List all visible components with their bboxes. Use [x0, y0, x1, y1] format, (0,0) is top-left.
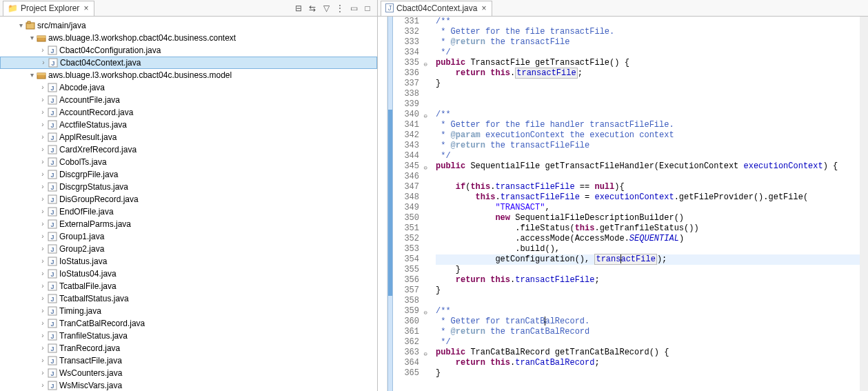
tree-item[interactable]: ›JTranfileStatus.java	[0, 330, 377, 342]
gutter-line[interactable]: 346	[393, 172, 419, 182]
gutter-line[interactable]: 332	[393, 27, 419, 37]
expand-arrow-icon[interactable]: ›	[39, 44, 47, 57]
tree-item[interactable]: ›JExternalParms.java	[0, 218, 377, 230]
gutter-line[interactable]: 336	[393, 68, 419, 79]
code-line[interactable]: * Getter for tranCatBalRecord.	[436, 317, 860, 327]
tree-item[interactable]: ›JAbcode.java	[0, 81, 377, 94]
tree-item[interactable]: ›JTranCatBalRecord.java	[0, 317, 377, 330]
gutter-line[interactable]: 340⊖	[393, 110, 419, 120]
gutter-line[interactable]: 343	[393, 141, 419, 151]
gutter-line[interactable]: 363⊖	[393, 348, 419, 358]
overview-ruler[interactable]	[860, 17, 868, 391]
tree-item[interactable]: ▾aws.bluage.l3.workshop.cbact04c.busines…	[0, 32, 377, 44]
code-line[interactable]: return this.transactFileFile;	[436, 275, 860, 285]
expand-arrow-icon[interactable]: ›	[39, 156, 47, 168]
code-line[interactable]	[436, 172, 860, 182]
link-editor-icon[interactable]: ⇆	[307, 3, 318, 14]
expand-arrow-icon[interactable]: ›	[39, 193, 47, 205]
expand-arrow-icon[interactable]: ›	[39, 205, 47, 218]
gutter-line[interactable]: 338	[393, 89, 419, 99]
expand-arrow-icon[interactable]: ›	[39, 81, 47, 94]
gutter-line[interactable]: 360	[393, 317, 419, 327]
tree-item[interactable]: ›JDiscgrpStatus.java	[0, 181, 377, 193]
expand-arrow-icon[interactable]: ▾	[28, 32, 36, 44]
collapse-all-icon[interactable]: ⊟	[293, 3, 304, 14]
gutter-line[interactable]: 351	[393, 223, 419, 234]
expand-arrow-icon[interactable]: ›	[39, 243, 47, 255]
tree-item[interactable]: ›JGroup2.java	[0, 243, 377, 255]
tree-item[interactable]: ›JCbact04cContext.java	[0, 57, 377, 69]
gutter-line[interactable]: 350	[393, 213, 419, 223]
gutter-line[interactable]: 331	[393, 17, 419, 27]
expand-arrow-icon[interactable]: ›	[39, 168, 47, 181]
expand-arrow-icon[interactable]: ▾	[28, 69, 36, 81]
code-line[interactable]	[436, 89, 860, 99]
code-line[interactable]: .fileStatus(this.getTranfileStatus())	[436, 223, 860, 234]
expand-arrow-icon[interactable]: ›	[39, 94, 47, 106]
tree-item[interactable]: ›JWsCounters.java	[0, 367, 377, 379]
expand-arrow-icon[interactable]: ›	[39, 367, 47, 379]
expand-arrow-icon[interactable]: ›	[39, 268, 47, 280]
code-line[interactable]: /**	[436, 17, 860, 27]
gutter-line[interactable]: 353	[393, 244, 419, 254]
expand-arrow-icon[interactable]: ›	[39, 280, 47, 292]
code-line[interactable]: new SequentialFileDescriptionBuilder()	[436, 213, 860, 223]
expand-arrow-icon[interactable]: ›	[39, 119, 47, 131]
code-line[interactable]: */	[436, 151, 860, 161]
gutter-line[interactable]: 364	[393, 358, 419, 368]
gutter-line[interactable]: 344	[393, 151, 419, 161]
expand-arrow-icon[interactable]: ▾	[17, 19, 25, 32]
gutter-line[interactable]: 355	[393, 265, 419, 275]
gutter-line[interactable]: 342	[393, 130, 419, 141]
code-line[interactable]: * @return the transactFile	[436, 37, 860, 48]
gutter-line[interactable]: 341	[393, 120, 419, 130]
code-line[interactable]: .accessMode(AccessMode.SEQUENTIAL)	[436, 234, 860, 244]
close-icon[interactable]: ×	[82, 3, 90, 13]
gutter-line[interactable]: 362	[393, 337, 419, 348]
expand-arrow-icon[interactable]: ›	[39, 330, 47, 342]
tree-item[interactable]: ›JTransactFile.java	[0, 354, 377, 367]
code-line[interactable]: /**	[436, 306, 860, 317]
code-line[interactable]: .build(),	[436, 244, 860, 254]
gutter-line[interactable]: 335⊖	[393, 58, 419, 68]
tree-item[interactable]: ›JApplResult.java	[0, 131, 377, 143]
code-line[interactable]: return this.transactFile;	[436, 68, 860, 79]
tree-item[interactable]: ›JIoStatus.java	[0, 255, 377, 268]
maximize-icon[interactable]: □	[362, 3, 373, 14]
gutter-line[interactable]: 339	[393, 99, 419, 110]
tree-item[interactable]: ›JAccountRecord.java	[0, 106, 377, 119]
tree-item[interactable]: ›JTcatbalfStatus.java	[0, 292, 377, 305]
editor-area[interactable]: 331332333334335⊖336337338339340⊖34134234…	[378, 17, 868, 391]
code-line[interactable]: return this.tranCatBalRecord;	[436, 358, 860, 368]
tree-item[interactable]: ›JGroup1.java	[0, 230, 377, 243]
gutter-line[interactable]: 359⊖	[393, 306, 419, 317]
close-icon[interactable]: ×	[480, 3, 487, 13]
code-line[interactable]: if(this.transactFileFile == null){	[436, 182, 860, 192]
expand-arrow-icon[interactable]: ›	[39, 379, 47, 391]
editor-tab[interactable]: 🄹 Cbact04cContext.java ×	[381, 1, 492, 16]
gutter-line[interactable]: 334	[393, 48, 419, 58]
gutter-line[interactable]: 358	[393, 296, 419, 306]
code-line[interactable]: /**	[436, 110, 860, 120]
gutter-line[interactable]: 354	[393, 254, 419, 265]
code-line[interactable]: }	[436, 285, 860, 296]
gutter-line[interactable]: 333	[393, 37, 419, 48]
expand-arrow-icon[interactable]: ›	[39, 106, 47, 119]
tree-item[interactable]: ▾src/main/java	[0, 19, 377, 32]
tree-item[interactable]: ▾aws.bluage.l3.workshop.cbact04c.busines…	[0, 69, 377, 81]
tree-item[interactable]: ›JCobolTs.java	[0, 156, 377, 168]
expand-arrow-icon[interactable]: ›	[39, 255, 47, 268]
minimize-icon[interactable]: ▭	[348, 3, 359, 14]
code-line[interactable]: * Getter for the file handler transactFi…	[436, 120, 860, 130]
gutter-line[interactable]: 361	[393, 327, 419, 337]
tree-item[interactable]: ›JTiming.java	[0, 305, 377, 317]
code-line[interactable]: }	[436, 79, 860, 89]
code-line[interactable]: this.transactFileFile = executionContext…	[436, 192, 860, 203]
view-menu-icon[interactable]: ⋮	[334, 3, 345, 14]
code-line[interactable]	[436, 99, 860, 110]
expand-arrow-icon[interactable]: ›	[39, 218, 47, 230]
code-line[interactable]: */	[436, 48, 860, 58]
tree-item[interactable]: ›JAcctfileStatus.java	[0, 119, 377, 131]
code-line[interactable]: * @return the tranCatBalRecord	[436, 327, 860, 337]
code-line[interactable]: getConfiguration(), transactFile);	[436, 254, 860, 265]
